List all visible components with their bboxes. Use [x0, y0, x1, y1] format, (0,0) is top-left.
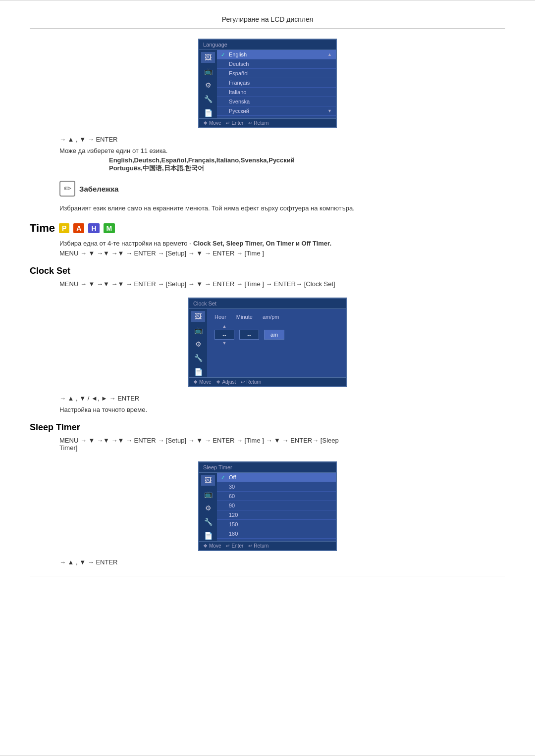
clock-sidebar-icon-2: 📺 [191, 325, 205, 336]
sleep-item-150[interactable]: 150 [217, 520, 336, 529]
sidebar-icon-4: 🔧 [201, 94, 215, 104]
sleep-item-label: 90 [229, 503, 235, 508]
clock-labels: Hour Minute am/pm [214, 314, 338, 320]
sleep-sidebar: 🖼 📺 ⚙ 🔧 📄 [199, 473, 217, 541]
sleep-item-off[interactable]: ✓ Off [217, 473, 336, 482]
clock-set-screenshot: Clock Set 🖼 📺 ⚙ 🔧 📄 Hour Minute am/pm [30, 298, 505, 387]
sleep-sidebar-icon-1: 🖼 [201, 475, 215, 486]
sleep-menu-header: Sleep Timer [199, 462, 336, 473]
language-tv-menu: Language 🖼 📺 ⚙ 🔧 📄 ✓ English ▲ [198, 39, 337, 128]
badge-m: M [104, 223, 115, 233]
language-item-francais[interactable]: Français [217, 78, 336, 88]
language-sidebar: 🖼 📺 ⚙ 🔧 📄 [199, 50, 217, 118]
footer-move: ❖ Move [203, 120, 221, 126]
sleep-item-label: Off [229, 474, 236, 480]
hour-down-arrow[interactable]: ▼ [222, 341, 227, 346]
sleep-timer-screenshot: Sleep Timer 🖼 📺 ⚙ 🔧 📄 ✓ Off 30 [30, 461, 505, 551]
scroll-down-icon: ▼ [327, 108, 332, 113]
sleep-sidebar-icon-3: ⚙ [201, 503, 215, 513]
sleep-menu-list: ✓ Off 30 60 90 [217, 473, 336, 541]
language-item-label: Français [229, 80, 250, 86]
sidebar-icon-1: 🖼 [201, 52, 215, 63]
clock-sidebar-icon-1: 🖼 [191, 311, 205, 322]
sleep-sidebar-icon-5: 📄 [201, 530, 215, 541]
clock-sidebar: 🖼 📺 ⚙ 🔧 📄 [189, 309, 207, 377]
note-icon: ✏ [59, 181, 75, 197]
language-list-line1: English,Deutsch,Español,Français,Italian… [109, 156, 505, 164]
language-menu-body: 🖼 📺 ⚙ 🔧 📄 ✓ English ▲ Deutsch [199, 50, 336, 118]
language-item-label: Русский [229, 108, 249, 114]
clock-set-heading: Clock Set [30, 266, 505, 276]
footer-return: ↩ Return [248, 120, 268, 126]
clock-menu-body: 🖼 📺 ⚙ 🔧 📄 Hour Minute am/pm ▲ [189, 309, 346, 377]
language-item-espanol[interactable]: Español [217, 69, 336, 78]
sleep-item-label: 150 [229, 521, 238, 527]
clock-instruction: → ▲ , ▼ / ◄, ► → ENTER [59, 395, 505, 402]
clock-inputs: ▲ -- ▼ -- am [214, 324, 338, 346]
clock-footer-return: ↩ Return [241, 379, 261, 385]
sleep-footer-move: ❖ Move [203, 543, 221, 549]
language-item-russian[interactable]: Русский ▼ [217, 106, 336, 116]
page-divider-bottom [30, 576, 505, 576]
sleep-tv-menu: Sleep Timer 🖼 📺 ⚙ 🔧 📄 ✓ Off 30 [198, 461, 337, 551]
minute-label: Minute [236, 314, 253, 320]
sidebar-icon-3: ⚙ [201, 80, 215, 91]
scroll-up-icon: ▲ [327, 52, 332, 57]
sidebar-icon-2: 📺 [201, 66, 215, 77]
sleep-item-label: 120 [229, 512, 238, 518]
sidebar-icon-5: 📄 [201, 107, 215, 118]
sleep-item-label: 60 [229, 493, 235, 499]
clock-set-menu-path: MENU → ▼ →▼ →▼ → ENTER → [Setup] → ▼ → E… [59, 280, 505, 288]
sleep-sidebar-icon-2: 📺 [201, 489, 215, 500]
language-item-label: Deutsch [229, 61, 249, 67]
time-label: Time [30, 222, 55, 235]
language-item-deutsch[interactable]: Deutsch [217, 59, 336, 69]
check-icon: ✓ [221, 475, 227, 480]
note-label: Забележка [79, 185, 118, 193]
sleep-item-180[interactable]: 180 [217, 529, 336, 539]
minute-group: -- [239, 330, 259, 340]
check-icon: ✓ [221, 52, 227, 57]
time-section-heading: Time P A H M [30, 222, 476, 235]
sleep-sidebar-icon-4: 🔧 [201, 516, 215, 527]
clock-menu-footer: ❖ Move ❖ Adjust ↩ Return [189, 377, 346, 386]
clock-menu-header: Clock Set [189, 299, 346, 309]
note-box: ✏ Забележка [59, 178, 476, 200]
ampm-value[interactable]: am [264, 330, 284, 340]
clock-sidebar-icon-4: 🔧 [191, 353, 205, 363]
ampm-label: am/pm [263, 314, 279, 320]
minute-value[interactable]: -- [239, 330, 259, 340]
clock-description: Настройка на точното време. [59, 406, 505, 413]
badge-a: A [73, 223, 84, 233]
language-item-label: Español [229, 70, 249, 76]
language-item-italiano[interactable]: Italiano [217, 88, 336, 97]
clock-sidebar-icon-5: 📄 [191, 366, 205, 377]
clock-tv-menu: Clock Set 🖼 📺 ⚙ 🔧 📄 Hour Minute am/pm [188, 298, 347, 387]
language-item-svenska[interactable]: Svenska [217, 97, 336, 106]
time-menu-path: MENU → ▼ →▼ →▼ → ENTER → [Setup] → ▼ → E… [59, 250, 505, 257]
language-instruction: → ▲ , ▼ → ENTER [59, 136, 505, 143]
sleep-instruction: → ▲ , ▼ → ENTER [59, 558, 505, 566]
sleep-footer-return: ↩ Return [248, 543, 268, 549]
language-item-english[interactable]: ✓ English ▲ [217, 50, 336, 59]
sleep-footer-enter: ↵ Enter [226, 543, 243, 549]
page-container: Регулиране на LCD дисплея Language 🖼 📺 ⚙… [0, 0, 535, 756]
sleep-item-30[interactable]: 30 [217, 482, 336, 492]
hour-value[interactable]: -- [214, 330, 234, 340]
badge-h: H [88, 223, 99, 233]
sleep-item-label: 180 [229, 531, 238, 537]
hour-up-arrow[interactable]: ▲ [222, 324, 227, 329]
language-list: English,Deutsch,Español,Français,Italian… [109, 156, 505, 173]
time-description: Избира една от 4-те настройки на времето… [59, 240, 505, 247]
sleep-item-60[interactable]: 60 [217, 492, 336, 501]
language-menu-header: Language [199, 40, 336, 50]
sleep-menu-footer: ❖ Move ↵ Enter ↩ Return [199, 541, 336, 550]
language-item-label: English [229, 51, 247, 57]
clock-footer-move: ❖ Move [193, 379, 211, 385]
sleep-item-120[interactable]: 120 [217, 510, 336, 520]
language-item-label: Italiano [229, 89, 246, 95]
note-text: Избраният език влияе само на екранните м… [59, 204, 476, 212]
sleep-item-90[interactable]: 90 [217, 501, 336, 510]
language-menu-footer: ❖ Move ↵ Enter ↩ Return [199, 118, 336, 127]
sleep-menu-body: 🖼 📺 ⚙ 🔧 📄 ✓ Off 30 [199, 473, 336, 541]
